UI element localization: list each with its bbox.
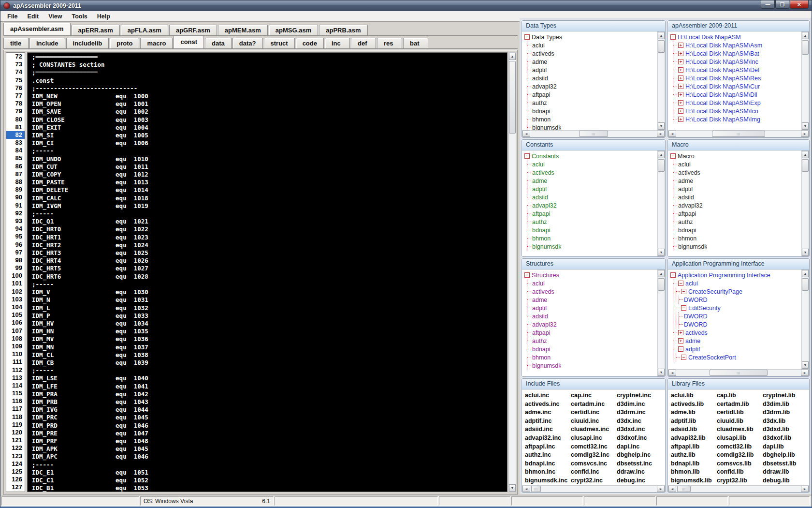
tree-item[interactable]: adptif <box>673 185 801 193</box>
scroll-thumb[interactable] <box>509 61 516 134</box>
gutter-line[interactable]: 104 <box>6 303 25 311</box>
gutter-line[interactable]: 88 <box>6 178 25 186</box>
section-tab-def[interactable]: def <box>351 38 376 48</box>
file-item[interactable]: dbsetsst.inc <box>617 460 663 468</box>
gutter-line[interactable]: 124 <box>6 460 25 468</box>
gutter-line[interactable]: 83 <box>6 139 25 147</box>
file-item[interactable]: dbsetsst.lib <box>763 460 809 468</box>
tree-item[interactable]: bdnapi <box>527 226 657 234</box>
tree-item[interactable]: +H:\Local Disk N\apASM\Ico <box>673 107 801 115</box>
vertical-scrollbar[interactable]: ▲▼ <box>801 269 809 369</box>
tree-item[interactable]: authz <box>527 337 657 345</box>
tree-item[interactable]: −Structures <box>524 271 657 279</box>
gutter-line[interactable]: 93 <box>6 217 25 225</box>
gutter-line[interactable]: 121 <box>6 436 25 444</box>
gutter-line[interactable]: 72 <box>6 53 25 60</box>
tree-item[interactable]: adsiid <box>527 74 657 82</box>
gutter-line[interactable]: 110 <box>6 350 25 358</box>
vertical-scrollbar[interactable]: ▲▼ <box>508 52 516 492</box>
tree-item[interactable]: adme <box>673 177 801 185</box>
tree-item[interactable]: +H:\Local Disk N\apASM\Asm <box>673 41 801 49</box>
file-item[interactable]: comsvcs.lib <box>717 460 763 468</box>
file-item[interactable]: adsiid.lib <box>671 425 717 434</box>
tree-item[interactable]: advapi32 <box>673 201 801 209</box>
tree-item[interactable]: adsiid <box>673 193 801 201</box>
gutter-line[interactable]: 77 <box>6 92 25 100</box>
scroll-left-button[interactable]: ◄ <box>668 370 676 376</box>
file-item[interactable]: advapi32.lib <box>671 434 717 443</box>
gutter-line[interactable]: 92 <box>6 209 25 217</box>
tree-item[interactable]: adsiid <box>527 193 657 201</box>
scroll-track[interactable] <box>658 158 665 249</box>
file-item[interactable]: adme.lib <box>671 408 717 417</box>
scroll-up-button[interactable]: ▲ <box>658 270 665 277</box>
tree-item[interactable]: −EditSecurity <box>676 304 801 312</box>
tree-item[interactable]: +H:\Local Disk N\apASM\Inc <box>673 58 801 66</box>
file-item[interactable]: certidl.inc <box>571 408 617 417</box>
section-tab-inc[interactable]: inc <box>325 38 350 48</box>
horizontal-scrollbar[interactable]: ◄|||► <box>668 130 809 137</box>
tree-item[interactable]: +H:\Local Disk N\apASM\Cur <box>673 82 801 90</box>
gutter-line[interactable]: 100 <box>6 272 25 280</box>
scroll-thumb[interactable] <box>658 159 665 172</box>
tree-item[interactable]: −H:\Local Disk N\apASM <box>670 33 801 41</box>
gutter-line[interactable]: 82 <box>6 131 25 139</box>
tree-item[interactable]: bignumsdk <box>527 242 657 251</box>
tree-item[interactable]: adme <box>527 177 657 185</box>
tree-item[interactable]: −Macro <box>670 152 801 160</box>
tree-item[interactable]: advapi32 <box>527 320 657 329</box>
file-item[interactable]: comdlg32.inc <box>571 451 617 460</box>
file-item[interactable]: d3dx.inc <box>617 417 663 426</box>
scroll-down-button[interactable]: ▼ <box>658 369 665 376</box>
tree-item[interactable]: bdnapi <box>527 107 657 115</box>
tree-item[interactable]: bignumsdk <box>527 123 657 130</box>
collapse-icon[interactable]: − <box>524 272 530 278</box>
file-tab-apprb-asm[interactable]: apPRB.asm <box>319 25 367 35</box>
file-item[interactable]: ciuuid.inc <box>571 417 617 426</box>
file-item[interactable]: debug.lib <box>763 477 809 485</box>
section-tab-bat[interactable]: bat <box>403 38 428 48</box>
file-item[interactable]: clusapi.inc <box>571 434 617 443</box>
scroll-up-button[interactable]: ▲ <box>509 53 516 60</box>
file-item[interactable]: comsvcs.inc <box>571 460 617 468</box>
scroll-right-button[interactable]: ► <box>657 131 665 137</box>
scroll-thumb[interactable]: ||| <box>710 370 768 376</box>
tree-item[interactable]: −CreateSocketPort <box>676 353 801 361</box>
gutter-line[interactable]: 127 <box>6 483 25 491</box>
gutter-line[interactable]: 76 <box>6 84 25 92</box>
file-item[interactable]: cap.inc <box>571 391 617 400</box>
scroll-up-button[interactable]: ▲ <box>802 151 809 158</box>
expand-icon[interactable]: + <box>678 43 683 48</box>
file-item[interactable]: aclui.inc <box>525 391 571 400</box>
scroll-thumb[interactable]: ||| <box>579 131 608 137</box>
file-item[interactable]: d3dxd.lib <box>763 425 809 434</box>
vertical-scrollbar[interactable]: ▲▼ <box>657 31 665 130</box>
tree-item[interactable]: aclui <box>527 160 657 168</box>
file-item[interactable]: cap.lib <box>717 391 763 400</box>
tree-item[interactable]: −Data Types <box>524 33 657 41</box>
expand-icon[interactable]: + <box>678 338 683 344</box>
collapse-icon[interactable]: − <box>678 281 683 286</box>
scroll-track[interactable]: ||| <box>530 131 657 137</box>
gutter-line[interactable]: 115 <box>6 389 25 397</box>
file-item[interactable]: d3dx.lib <box>763 417 809 426</box>
tree-item[interactable]: authz <box>527 99 657 107</box>
file-item[interactable]: cluadmex.lib <box>717 425 763 434</box>
scroll-down-button[interactable]: ▼ <box>802 249 809 256</box>
file-tab-aperr-asm[interactable]: apERR.asm <box>72 25 120 35</box>
menu-item-edit[interactable]: Edit <box>23 12 44 21</box>
file-item[interactable]: cluadmex.inc <box>571 425 617 434</box>
gutter-line[interactable]: 89 <box>6 186 25 194</box>
expand-icon[interactable]: + <box>678 67 683 73</box>
code-area[interactable]: ;═════════════════ ; CONSTANTES section … <box>27 52 508 492</box>
expand-icon[interactable]: + <box>678 108 683 114</box>
file-item[interactable]: d3drm.inc <box>617 408 663 417</box>
file-item[interactable]: dapi.lib <box>763 443 809 451</box>
scroll-right-button[interactable]: ► <box>801 370 809 376</box>
gutter-line[interactable]: 80 <box>6 116 25 123</box>
tree-item[interactable]: aftpapi <box>527 90 657 99</box>
expand-icon[interactable]: + <box>678 330 683 335</box>
expand-icon[interactable]: + <box>678 51 683 56</box>
file-tab-apmem-asm[interactable]: apMEM.asm <box>218 25 268 35</box>
tree-item[interactable]: −CreateSecurityPage <box>676 287 801 296</box>
